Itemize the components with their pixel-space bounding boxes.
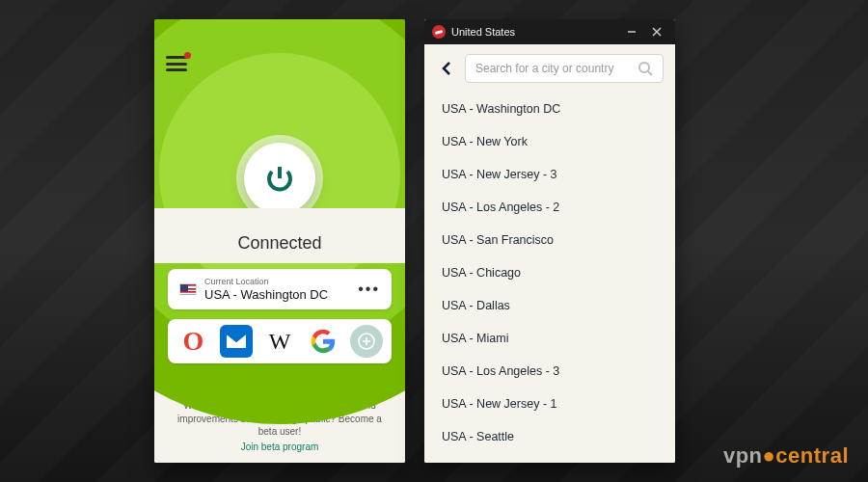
list-item[interactable]: USA - Los Angeles - 3: [424, 355, 675, 388]
list-item[interactable]: USA - Dallas: [424, 289, 675, 322]
search-icon: [637, 61, 653, 76]
list-item[interactable]: USA - New Jersey - 1: [424, 388, 675, 420]
menu-icon[interactable]: [166, 56, 187, 71]
watermark-b: central: [775, 443, 849, 468]
titlebar[interactable]: United States: [424, 19, 675, 44]
list-item[interactable]: USA - San Francisco: [424, 224, 675, 256]
shortcut-mail[interactable]: [220, 325, 253, 358]
power-button[interactable]: [244, 143, 315, 214]
list-item[interactable]: USA - Washington DC: [424, 93, 675, 125]
search-input[interactable]: Search for a city or country: [465, 54, 664, 83]
watermark: vpn●central: [723, 443, 849, 469]
location-value: USA - Washington DC: [204, 287, 350, 303]
expressvpn-main-window: ExpressVPN Connected Current Location US…: [154, 19, 405, 463]
status-area: Connected: [154, 208, 405, 263]
hero-area: [154, 44, 405, 208]
svg-line-11: [648, 71, 652, 75]
locations-window: United States Search for a city or count…: [424, 19, 675, 463]
svg-point-10: [639, 63, 649, 72]
connection-status: Connected: [170, 233, 390, 254]
beta-link[interactable]: Join beta program: [176, 441, 384, 454]
list-item[interactable]: USA - Miami - 2: [424, 453, 675, 463]
shortcut-wikipedia[interactable]: W: [263, 325, 296, 358]
window-title: United States: [451, 26, 619, 38]
minimize-button[interactable]: [619, 19, 644, 44]
watermark-a: vpn: [723, 443, 763, 468]
close-button[interactable]: [644, 19, 669, 44]
list-item[interactable]: USA - Los Angeles - 2: [424, 191, 675, 224]
location-label: Current Location: [204, 277, 350, 287]
list-item[interactable]: USA - Miami: [424, 322, 675, 355]
more-icon[interactable]: •••: [358, 281, 380, 298]
search-placeholder: Search for a city or country: [475, 62, 637, 75]
flag-us-icon: [179, 283, 197, 295]
search-row: Search for a city or country: [424, 44, 675, 93]
list-item[interactable]: USA - New Jersey - 3: [424, 158, 675, 191]
list-item[interactable]: USA - New York: [424, 125, 675, 158]
shortcut-opera[interactable]: O: [176, 325, 209, 358]
locations-list[interactable]: USA - Washington DCUSA - New YorkUSA - N…: [424, 93, 675, 463]
shortcut-google[interactable]: [307, 325, 339, 358]
list-item[interactable]: USA - Seattle: [424, 420, 675, 453]
shortcut-row: O W: [168, 319, 392, 363]
list-item[interactable]: USA - Chicago: [424, 256, 675, 289]
current-location-card[interactable]: Current Location USA - Washington DC •••: [168, 269, 392, 309]
shortcut-add-button[interactable]: [350, 325, 383, 358]
back-button[interactable]: [436, 61, 457, 76]
expressvpn-logo-icon: [432, 25, 446, 39]
